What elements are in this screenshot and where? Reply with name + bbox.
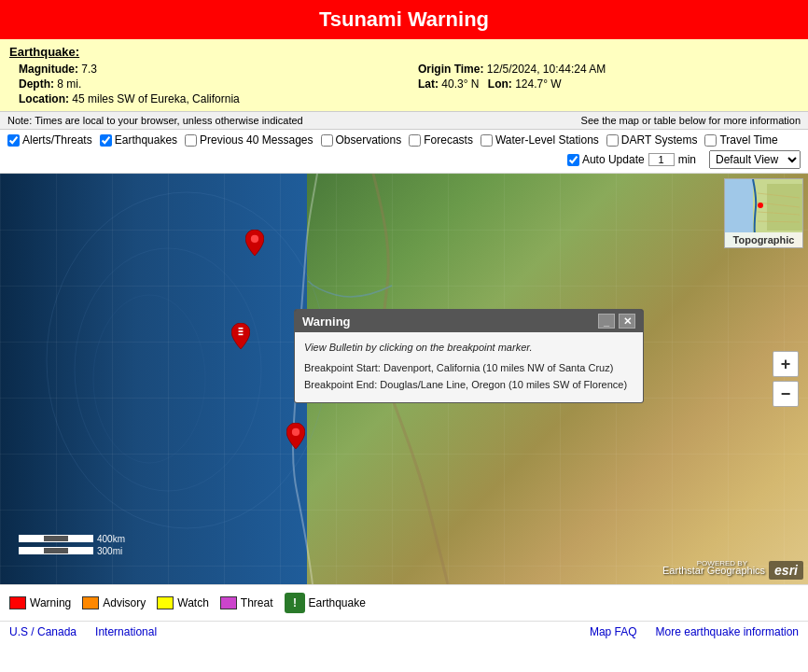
popup-note: View Bulletin by clicking on the breakpo… <box>304 342 634 353</box>
auto-update-section: Auto Update min <box>567 153 696 166</box>
svg-point-15 <box>758 203 763 208</box>
legend-threat-label: Threat <box>241 596 273 609</box>
legend-earthquake-label: Earthquake <box>309 596 366 609</box>
topo-map-preview <box>725 179 802 232</box>
map-scale: 400km 300mi <box>19 534 125 556</box>
popup-title: Warning <box>302 315 351 329</box>
auto-update-checkbox[interactable]: Auto Update <box>567 153 645 166</box>
previous-messages-input[interactable] <box>185 134 197 147</box>
legend-watch-box <box>157 596 174 609</box>
alerts-threats-input[interactable] <box>7 134 20 147</box>
forecasts-checkbox[interactable]: Forecasts <box>409 133 473 147</box>
earthquake-title: Earthquake: <box>9 45 799 59</box>
international-link[interactable]: International <box>95 625 157 638</box>
view-select[interactable]: Default View Satellite View Street View <box>709 150 801 169</box>
note-bar: Note: Times are local to your browser, u… <box>0 112 808 130</box>
scale-bar-miles <box>19 547 93 554</box>
legend-threat-box <box>220 596 237 609</box>
previous-messages-checkbox[interactable]: Previous 40 Messages <box>185 133 313 147</box>
water-level-checkbox[interactable]: Water-Level Stations <box>481 133 599 147</box>
bottom-links-right: Map FAQ More earthquake information <box>590 625 799 638</box>
alerts-threats-checkbox[interactable]: Alerts/Threats <box>7 133 92 147</box>
popup-header: Warning _ ✕ <box>295 310 643 332</box>
observations-input[interactable] <box>321 134 333 147</box>
lat-lon-row: Lat: 40.3° N Lon: 124.7° W <box>418 77 799 91</box>
svg-rect-6 <box>239 334 244 336</box>
dart-systems-input[interactable] <box>606 134 619 147</box>
legend-advisory: Advisory <box>82 596 146 609</box>
zoom-controls: + − <box>773 351 799 407</box>
travel-time-input[interactable] <box>704 134 717 147</box>
bottom-links-left: U.S / Canada International <box>9 625 157 638</box>
warning-marker-middle[interactable] <box>231 323 250 349</box>
tsunami-warning-header: Tsunami Warning <box>0 0 808 39</box>
popup-minimize-button[interactable]: _ <box>598 314 615 329</box>
us-canada-link[interactable]: U.S / Canada <box>9 625 77 638</box>
topo-label: Topographic <box>725 232 802 247</box>
breakpoint-end: Breakpoint End: Douglas/Lane Line, Orego… <box>304 377 634 394</box>
svg-point-7 <box>292 428 300 436</box>
more-earthquake-info-link[interactable]: More earthquake information <box>656 625 799 638</box>
popup-controls: _ ✕ <box>598 314 635 329</box>
legend-watch: Watch <box>157 596 209 609</box>
earthquakes-input[interactable] <box>100 134 112 147</box>
auto-update-input[interactable] <box>567 154 579 166</box>
auto-update-unit: min <box>678 153 696 166</box>
earthstar-label: Earthstar Geographics <box>662 565 765 576</box>
forecasts-input[interactable] <box>409 134 421 147</box>
svg-rect-5 <box>239 330 244 332</box>
magnitude-row: Magnitude: 7.3 <box>19 63 399 76</box>
scale-km: 400km <box>97 534 125 544</box>
location-row: Location: 45 miles SW of Eureka, Califor… <box>19 92 799 105</box>
scale-bar <box>19 535 93 542</box>
ocean-area <box>0 174 340 584</box>
svg-text:!: ! <box>293 596 297 609</box>
esri-logo: esri <box>769 561 803 580</box>
legend-advisory-label: Advisory <box>103 596 146 609</box>
breakpoint-start: Breakpoint Start: Davenport, California … <box>304 360 634 377</box>
popup-close-button[interactable]: ✕ <box>619 314 635 329</box>
depth-row: Depth: 8 mi. <box>19 77 399 91</box>
earthquakes-checkbox[interactable]: Earthquakes <box>100 133 177 147</box>
controls-row: Alerts/Threats Earthquakes Previous 40 M… <box>0 130 808 174</box>
header-title: Tsunami Warning <box>319 7 489 31</box>
popup-info: Breakpoint Start: Davenport, California … <box>304 360 634 393</box>
warning-marker-north[interactable] <box>245 230 264 256</box>
legend-bar: Warning Advisory Watch Threat ! Earthqua… <box>0 584 808 621</box>
note-right: See the map or table below for more info… <box>581 115 801 126</box>
observations-checkbox[interactable]: Observations <box>321 133 402 147</box>
warning-popup: Warning _ ✕ View Bulletin by clicking on… <box>294 309 644 403</box>
topographic-thumbnail[interactable]: Topographic <box>724 178 803 248</box>
map-container[interactable]: Warning _ ✕ View Bulletin by clicking on… <box>0 174 808 584</box>
water-level-input[interactable] <box>481 134 493 147</box>
warning-marker-south[interactable] <box>286 423 305 449</box>
popup-body: View Bulletin by clicking on the breakpo… <box>295 332 643 402</box>
zoom-out-button[interactable]: − <box>773 381 799 407</box>
legend-warning-box <box>9 596 26 609</box>
bottom-links: U.S / Canada International Map FAQ More … <box>0 621 808 642</box>
earthquake-info-panel: Earthquake: Magnitude: 7.3 Origin Time: … <box>0 39 808 112</box>
svg-rect-4 <box>239 328 244 329</box>
legend-earthquake: ! Earthquake <box>285 593 366 613</box>
scale-mi: 300mi <box>97 546 122 556</box>
esri-attribution: Earthstar Geographics esri <box>662 561 803 580</box>
legend-threat: Threat <box>220 596 273 609</box>
legend-warning-label: Warning <box>30 596 71 609</box>
legend-watch-label: Watch <box>177 596 209 609</box>
earthquake-legend-icon: ! <box>285 593 305 613</box>
travel-time-checkbox[interactable]: Travel Time <box>704 133 777 147</box>
legend-warning: Warning <box>9 596 71 609</box>
dart-systems-checkbox[interactable]: DART Systems <box>606 133 698 147</box>
origin-time-row: Origin Time: 12/5/2024, 10:44:24 AM <box>418 63 799 76</box>
map-faq-link[interactable]: Map FAQ <box>590 625 637 638</box>
auto-update-value-input[interactable] <box>648 153 675 166</box>
zoom-in-button[interactable]: + <box>773 351 799 377</box>
svg-point-3 <box>251 235 258 243</box>
legend-advisory-box <box>82 596 99 609</box>
note-left: Note: Times are local to your browser, u… <box>7 115 303 126</box>
